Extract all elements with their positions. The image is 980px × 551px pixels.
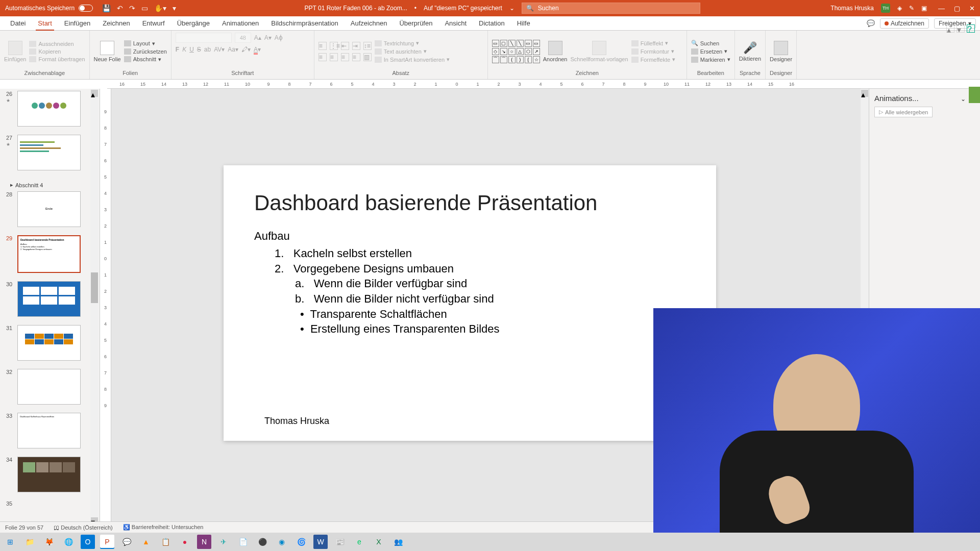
thumb-30[interactable] xyxy=(17,281,81,317)
app-icon[interactable]: 🌀 xyxy=(294,535,308,549)
chrome-icon[interactable]: 🌐 xyxy=(61,535,76,549)
tab-aufzeichnen[interactable]: Aufzeichnen xyxy=(345,16,394,31)
tab-start[interactable]: Start xyxy=(32,16,58,31)
app-icon[interactable]: 📰 xyxy=(333,535,347,549)
thumb-27[interactable] xyxy=(17,135,81,170)
toggle-switch[interactable] xyxy=(79,5,93,12)
tab-animationen[interactable]: Animationen xyxy=(216,16,265,31)
accessibility-check[interactable]: ♿ Barrierefreiheit: Untersuchen xyxy=(123,524,204,531)
firefox-icon[interactable]: 🦊 xyxy=(42,535,56,549)
tab-ueberpruefen[interactable]: Überprüfen xyxy=(393,16,438,31)
thumb-28[interactable]: Ende xyxy=(17,191,81,227)
present-icon[interactable]: ▭ xyxy=(141,4,148,12)
help-icon[interactable]: ? xyxy=(967,24,975,33)
app-icon[interactable]: ● xyxy=(178,535,192,549)
windows-taskbar[interactable]: ⊞ 📁 🦊 🌐 O P 💬 ▲ 📋 ● N ✈ 📄 ⚫ ◉ 🌀 W 📰 e X … xyxy=(0,533,980,551)
edge-icon[interactable]: e xyxy=(352,535,366,549)
app-icon[interactable]: ◉ xyxy=(275,535,289,549)
search-input[interactable]: 🔍 Suchen xyxy=(522,3,700,14)
thumbs-scrollbar[interactable]: ▴ ▾ xyxy=(90,89,99,525)
new-slide-button[interactable]: Neue Folie xyxy=(94,41,121,62)
slide-content[interactable]: Dashboard basierende Präsentation Aufbau… xyxy=(224,165,716,441)
word-icon[interactable]: W xyxy=(313,535,328,549)
side-tab-green[interactable] xyxy=(969,87,980,103)
language-indicator[interactable]: 🕮 Deutsch (Österreich) xyxy=(54,524,113,531)
app-icon[interactable]: 📄 xyxy=(236,535,250,549)
bullets-icon: ≡ xyxy=(318,42,327,50)
designer-icon xyxy=(774,41,788,55)
thumb-29-selected[interactable]: Dashboard basierende Präsentation Aufbau… xyxy=(17,235,81,273)
redo-icon[interactable]: ↷ xyxy=(129,4,135,12)
slide-thumbnails-panel[interactable]: 26 ★ 27 ★ ▸ Abschnitt 4 28 Ende 29 Dashb… xyxy=(0,89,100,525)
tab-dictation[interactable]: Dictation xyxy=(473,16,511,31)
powerpoint-icon[interactable]: P xyxy=(100,535,114,549)
font-family-select xyxy=(176,33,232,43)
diamond-icon[interactable]: ◈ xyxy=(897,5,902,12)
onenote-icon[interactable]: N xyxy=(197,535,211,549)
select-button[interactable]: Markieren ▾ xyxy=(691,56,730,63)
user-avatar[interactable]: TH xyxy=(881,4,890,13)
layout-button[interactable]: Layout ▾ xyxy=(124,40,167,47)
shapes-gallery[interactable]: ▭▢╲╲▭▭ ◇↘○△⬡↗ ⌒⌒(){☆ xyxy=(492,40,540,63)
new-slide-icon xyxy=(100,41,114,55)
tab-zeichnen[interactable]: Zeichnen xyxy=(96,16,136,31)
teams-icon[interactable]: 👥 xyxy=(391,535,405,549)
tab-bildschirm[interactable]: Bildschirmpräsentation xyxy=(265,16,345,31)
chevron-down-icon[interactable]: ⌄ xyxy=(509,5,514,12)
excel-icon[interactable]: X xyxy=(372,535,386,549)
app-icon[interactable]: 📋 xyxy=(158,535,173,549)
maximize-icon[interactable]: ▢ xyxy=(954,5,960,12)
undo-icon[interactable]: ↶ xyxy=(117,4,123,12)
thumb-26[interactable] xyxy=(17,91,81,127)
comments-icon[interactable]: 💬 xyxy=(867,19,875,27)
minimize-icon[interactable]: — xyxy=(938,5,945,12)
start-button[interactable]: ⊞ xyxy=(3,535,17,549)
thumb-34[interactable] xyxy=(17,457,81,492)
close-icon[interactable]: ✕ xyxy=(969,5,975,12)
thumb-33[interactable]: Dashboard Kaffeehaus Raumeröffnen xyxy=(17,413,81,448)
effects-icon xyxy=(631,57,639,63)
chevron-down-icon[interactable]: ⌄ xyxy=(961,95,966,103)
tab-uebergaenge[interactable]: Übergänge xyxy=(171,16,216,31)
designer-button[interactable]: Designer xyxy=(770,41,792,62)
tab-hilfe[interactable]: Hilfe xyxy=(511,16,536,31)
find-button[interactable]: 🔍Suchen xyxy=(691,40,730,46)
slide-number: 32 xyxy=(6,369,12,375)
thumb-31[interactable] xyxy=(17,325,81,361)
dictate-button[interactable]: 🎤Diktieren xyxy=(739,41,761,62)
telegram-icon[interactable]: ✈ xyxy=(216,535,231,549)
tab-einfuegen[interactable]: Einfügen xyxy=(58,16,96,31)
arrange-button[interactable]: Anordnen xyxy=(543,41,568,62)
pen-icon[interactable]: ✎ xyxy=(909,5,914,12)
slide-number: 34 xyxy=(6,457,12,463)
touch-icon[interactable]: ✋▾ xyxy=(154,4,166,12)
status-bar: Folie 29 von 57 🕮 Deutsch (Österreich) ♿… xyxy=(0,521,653,533)
move-down-icon: ▾ xyxy=(957,24,965,33)
thumb-32[interactable] xyxy=(17,369,81,405)
font-size-select xyxy=(235,33,251,43)
section-header[interactable]: ▸ Abschnitt 4 xyxy=(10,182,96,188)
slide-title: Dashboard basierende Präsentation xyxy=(254,191,685,215)
clear-format-icon: Aϕ xyxy=(275,34,283,41)
paste-button: Einfügen xyxy=(4,41,26,62)
app-icon[interactable]: 💬 xyxy=(119,535,134,549)
file-explorer-icon[interactable]: 📁 xyxy=(22,535,37,549)
vlc-icon[interactable]: ▲ xyxy=(139,535,153,549)
outlook-icon[interactable]: O xyxy=(81,535,95,549)
play-icon: ▷ xyxy=(879,109,883,115)
autosave-toggle[interactable]: Automatisches Speichern xyxy=(0,5,98,12)
slide-number: 30 xyxy=(6,281,12,287)
reset-button[interactable]: Zurücksetzen xyxy=(124,48,167,55)
tab-ansicht[interactable]: Ansicht xyxy=(438,16,473,31)
section-button[interactable]: Abschnitt ▾ xyxy=(124,56,167,63)
obs-icon[interactable]: ⚫ xyxy=(255,535,270,549)
tab-datei[interactable]: Datei xyxy=(4,16,32,31)
window-icon[interactable]: ▣ xyxy=(921,5,927,12)
tab-entwurf[interactable]: Entwurf xyxy=(136,16,171,31)
list-item: 1. Kacheln selbst erstellen xyxy=(254,246,685,261)
slide-counter[interactable]: Folie 29 von 57 xyxy=(5,524,43,531)
record-button[interactable]: Aufzeichnen xyxy=(880,18,929,29)
save-icon[interactable]: 💾 xyxy=(102,4,111,12)
replace-button[interactable]: Ersetzen ▾ xyxy=(691,48,730,55)
more-icon[interactable]: ▾ xyxy=(173,4,176,12)
